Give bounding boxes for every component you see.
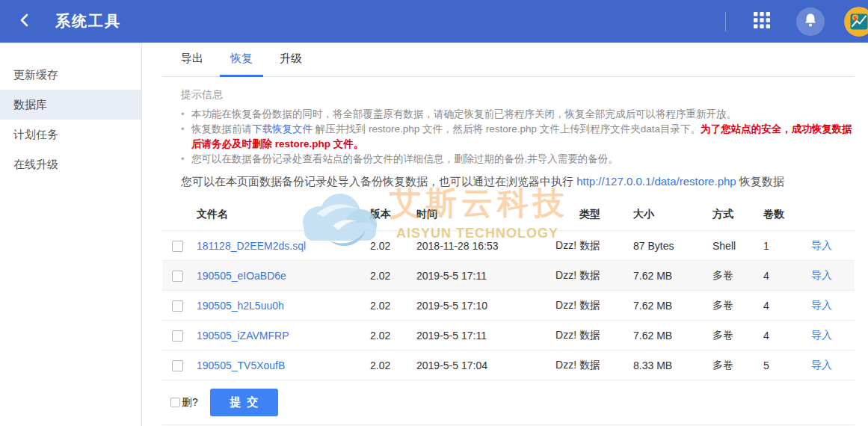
import-link[interactable]: 导入 <box>811 359 832 371</box>
cell-time: 2019-5-5 17:10 <box>416 291 555 321</box>
page-title: 系统工具 <box>55 11 121 31</box>
bottom-divider <box>162 425 855 425</box>
tip-text: 您可以在数据备份记录处查看站点的备份文件的详细信息，删除过期的备份,并导入需要的… <box>191 153 618 164</box>
cell-type: Dzz! 数据 <box>555 231 633 261</box>
backup-table: 文件名 版本 时间 类型 大小 方式 卷数 181128_D2EEM2ds.sq… <box>162 199 855 380</box>
sidebar-item-online-upgrade[interactable]: 在线升级 <box>0 149 141 179</box>
avatar-chart-icon: $ <box>844 28 868 37</box>
download-restore-file-link[interactable]: 下载恢复文件 <box>252 123 313 135</box>
cell-type: Dzz! 数据 <box>555 261 633 291</box>
cell-type: Dzz! 数据 <box>555 291 633 321</box>
backup-file-link[interactable]: 190505_iZAVMFRP <box>197 330 289 342</box>
tab-restore[interactable]: 恢复 <box>230 52 253 76</box>
cell-volumes: 5 <box>763 351 810 380</box>
tips-list: 本功能在恢复备份数据的同时，将全部覆盖原有数据，请确定恢复前已将程序关闭，恢复全… <box>181 107 855 167</box>
sidebar-item-database[interactable]: 数据库 <box>0 90 141 120</box>
backup-file-link[interactable]: 190505_h2L5uu0h <box>197 300 284 312</box>
cell-method: Shell <box>712 231 763 261</box>
column-header-version: 版本 <box>370 199 416 231</box>
bell-icon <box>804 13 816 29</box>
notifications-button[interactable] <box>796 7 825 36</box>
cell-size: 8.33 MB <box>633 351 712 380</box>
row-checkbox[interactable] <box>172 300 183 312</box>
table-row: 190505_TV5XoufB 2.02 2019-5-5 17:04 Dzz!… <box>162 351 855 380</box>
column-header-size: 大小 <box>633 199 712 231</box>
table-row: 190505_eIOaBD6e 2.02 2019-5-5 17:11 Dzz!… <box>162 261 855 291</box>
cell-method: 多卷 <box>712 291 763 321</box>
cell-time: 2018-11-28 16:53 <box>416 231 555 261</box>
chevron-left-icon <box>20 13 28 29</box>
tip-text: 恢复数据前请 <box>191 123 252 135</box>
app-window: 系统工具 <box>0 0 868 426</box>
cell-version: 2.02 <box>370 261 416 291</box>
import-link[interactable]: 导入 <box>811 329 832 341</box>
cell-method: 多卷 <box>712 351 763 380</box>
tip-text: 本功能在恢复备份数据的同时，将全部覆盖原有数据，请确定恢复前已将程序关闭，恢复全… <box>191 108 736 120</box>
cell-method: 多卷 <box>712 261 763 291</box>
cell-volumes: 4 <box>763 291 810 321</box>
column-header-type: 类型 <box>555 199 633 231</box>
column-header-method: 方式 <box>712 199 763 231</box>
tab-export[interactable]: 导出 <box>181 52 203 76</box>
cell-type: Dzz! 数据 <box>555 351 633 380</box>
cell-version: 2.02 <box>370 351 416 380</box>
backup-table-body: 181128_D2EEM2ds.sql 2.02 2018-11-28 16:5… <box>162 231 855 380</box>
backup-file-link[interactable]: 190505_TV5XoufB <box>197 359 285 371</box>
header-divider <box>725 12 726 31</box>
header-actions: $ <box>725 7 868 37</box>
cell-method: 多卷 <box>712 321 763 351</box>
column-header-time: 时间 <box>416 199 555 231</box>
cell-size: 7.62 MB <box>633 261 712 291</box>
row-checkbox[interactable] <box>172 330 183 342</box>
note-text: 恢复数据 <box>736 175 784 188</box>
cell-version: 2.02 <box>370 231 416 261</box>
delete-label: 删? <box>182 396 198 410</box>
cell-time: 2019-5-5 17:11 <box>416 321 555 351</box>
apps-grid-button[interactable] <box>747 7 777 37</box>
cell-size: 7.62 MB <box>633 291 712 321</box>
row-checkbox[interactable] <box>172 271 183 282</box>
import-link[interactable]: 导入 <box>811 239 832 251</box>
main-content: 导出 恢复 升级 提示信息 本功能在恢复备份数据的同时，将全部覆盖原有数据，请确… <box>143 43 868 426</box>
tip-item-restore-file: 恢复数据前请下载恢复文件 解压并找到 restore.php 文件，然后将 re… <box>181 122 855 152</box>
cell-size: 87 Bytes <box>633 231 712 261</box>
cell-type: Dzz! 数据 <box>555 321 633 351</box>
sidebar-item-scheduled-tasks[interactable]: 计划任务 <box>0 120 141 149</box>
table-row: 190505_h2L5uu0h 2.02 2019-5-5 17:10 Dzz!… <box>162 291 855 321</box>
cell-volumes: 4 <box>763 321 810 351</box>
import-link[interactable]: 导入 <box>811 299 832 311</box>
delete-checkbox[interactable] <box>170 398 180 407</box>
table-header-row: 文件名 版本 时间 类型 大小 方式 卷数 <box>162 199 855 231</box>
tab-bar: 导出 恢复 升级 <box>162 43 855 77</box>
note-text: 您可以在本页面数据备份记录处导入备份恢复数据，也可以通过在浏览器中执行 <box>181 175 576 188</box>
table-row: 181128_D2EEM2ds.sql 2.02 2018-11-28 16:5… <box>162 231 855 261</box>
cell-version: 2.02 <box>370 321 416 351</box>
cell-time: 2019-5-5 17:04 <box>416 351 555 380</box>
grid-icon <box>754 12 770 31</box>
row-checkbox[interactable] <box>172 360 183 371</box>
submit-button[interactable]: 提交 <box>210 389 278 416</box>
table-row: 190505_iZAVMFRP 2.02 2019-5-5 17:11 Dzz!… <box>162 321 855 351</box>
cell-time: 2019-5-5 17:11 <box>416 261 555 291</box>
app-header: 系统工具 <box>0 0 868 43</box>
sidebar: 更新缓存 数据库 计划任务 在线升级 <box>0 43 142 426</box>
tips-title: 提示信息 <box>181 88 855 102</box>
backup-file-link[interactable]: 181128_D2EEM2ds.sql <box>197 240 306 252</box>
restore-note: 您可以在本页面数据备份记录处导入备份恢复数据，也可以通过在浏览器中执行 http… <box>181 175 855 189</box>
header-checkbox-spacer <box>162 199 197 231</box>
row-checkbox[interactable] <box>172 241 183 252</box>
cell-size: 7.62 MB <box>633 321 712 351</box>
import-link[interactable]: 导入 <box>811 269 832 281</box>
tip-item-backup-records: 您可以在数据备份记录处查看站点的备份文件的详细信息，删除过期的备份,并导入需要的… <box>181 152 855 167</box>
sidebar-item-update-cache[interactable]: 更新缓存 <box>0 60 141 90</box>
column-header-filename: 文件名 <box>197 199 370 231</box>
restore-url-link[interactable]: http://127.0.0.1/data/restore.php <box>576 175 736 188</box>
back-button[interactable] <box>9 7 39 37</box>
column-header-volumes: 卷数 <box>763 199 810 231</box>
tip-item-overwrite: 本功能在恢复备份数据的同时，将全部覆盖原有数据，请确定恢复前已将程序关闭，恢复全… <box>181 107 855 122</box>
cell-volumes: 4 <box>763 261 810 291</box>
table-footer: 删? 提交 <box>162 389 855 416</box>
backup-file-link[interactable]: 190505_eIOaBD6e <box>197 270 286 282</box>
tab-upgrade[interactable]: 升级 <box>280 52 302 76</box>
user-avatar[interactable]: $ <box>844 7 868 37</box>
